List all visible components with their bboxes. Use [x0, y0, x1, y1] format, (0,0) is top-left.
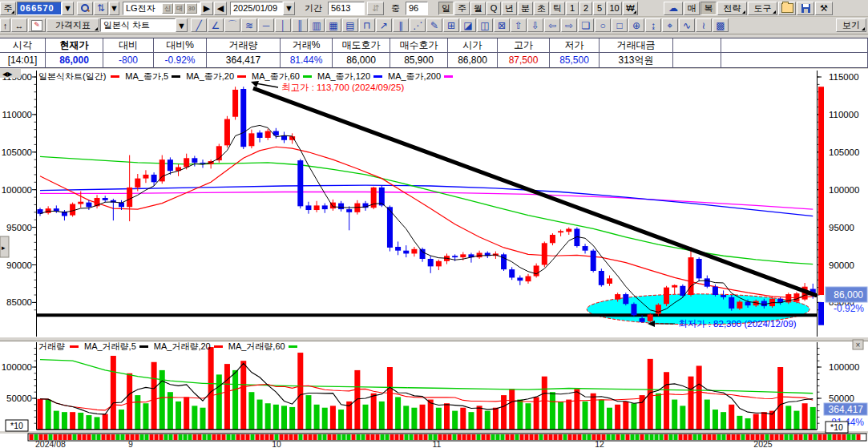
info-header: 거래대금	[600, 38, 672, 53]
date-label: 2025	[753, 439, 773, 448]
date-label: 11	[433, 439, 442, 448]
info-col-매수호가: 매수호가85,900	[390, 38, 448, 68]
draw-multiline-tool[interactable]: ⋰	[410, 18, 426, 32]
eraser-all-tool[interactable]: ◫	[477, 18, 493, 32]
info-col-시각: 시각[14:01]	[0, 38, 46, 68]
price-tick-label: 90000	[6, 260, 32, 270]
chart-delete-tool[interactable]: ▩	[713, 18, 729, 32]
panel-tool[interactable]: ❏	[578, 18, 594, 32]
sort-dropdown[interactable]: ▼	[109, 2, 119, 15]
won-button[interactable]: ₩	[623, 2, 638, 15]
grid-tool[interactable]: ▦	[325, 18, 341, 32]
interval-second-button[interactable]: 초	[534, 2, 549, 15]
cloud-button[interactable]: ☁	[664, 2, 683, 15]
shift-right-tool[interactable]: ⇨	[561, 18, 577, 32]
wave-a-tool[interactable]: ∿	[679, 18, 695, 32]
interval-year-button[interactable]: 년	[502, 2, 517, 15]
chart-region[interactable]: 일본식차트(일간)MA_종가,5MA_종가,20MA_종가,60MA_종가,12…	[0, 69, 868, 448]
stock-code-input[interactable]: 066570	[17, 2, 62, 15]
period-minimap[interactable]	[28, 434, 866, 441]
draw-angle-tool[interactable]: ∠	[208, 18, 224, 32]
draw-circle-tool[interactable]: ○	[595, 18, 611, 32]
interval-tick-button[interactable]: 틱	[550, 2, 565, 15]
prev-stock-button[interactable]: ◀	[214, 2, 227, 15]
strategy-button[interactable]: 전략	[717, 2, 747, 15]
expand-button[interactable]: ↔	[11, 18, 27, 32]
interval-2-button[interactable]: 2	[579, 2, 592, 15]
crosshair-tool[interactable]: ⌖	[662, 18, 678, 32]
draw-rect-tool[interactable]: □	[612, 18, 628, 32]
stock-search-button[interactable]	[77, 2, 93, 15]
interval-quarter-button[interactable]: Q	[486, 2, 501, 15]
draw-channel-tool[interactable]: ⊓	[359, 18, 375, 32]
draw-line-tool[interactable]: ╱	[191, 18, 207, 32]
info-header: 거래%	[281, 38, 332, 53]
tools-button[interactable]: 도구	[748, 2, 777, 15]
shift-left-tool[interactable]: ⇦	[544, 18, 560, 32]
legend-item: MA_종가,20	[186, 71, 234, 83]
price-tick-label: 105000	[2, 147, 32, 157]
shift-down-tool[interactable]: ⇩	[527, 18, 543, 32]
draw-hline-tool[interactable]: ─	[258, 18, 274, 32]
date-label: 10	[272, 439, 281, 448]
draw-vline-tool[interactable]: │	[275, 18, 291, 32]
grid-rows-tool[interactable]: ▤	[342, 18, 358, 32]
edit-chart-icon: ✎	[31, 20, 42, 31]
color-palette-tool[interactable]: ⊞	[443, 18, 459, 32]
volume-tick-label: 100000	[2, 362, 32, 372]
grid-dense-tool[interactable]: ▥	[309, 18, 325, 32]
draw-pencil-tool[interactable]: ✎	[426, 18, 442, 32]
high-annotation: 최고가 : 113,700 (2024/09/25)	[281, 83, 404, 92]
interval-day-button[interactable]: 일	[438, 2, 454, 15]
date-dropdown[interactable]: ▼	[283, 2, 295, 15]
legend-title: 거래량	[38, 341, 65, 353]
settings-button[interactable]: ⚒	[815, 2, 833, 15]
draw-arc-tool[interactable]: ⌒	[224, 18, 240, 32]
delete-drawings-tool[interactable]: ⊠	[494, 18, 510, 32]
restore-button[interactable]: 복	[700, 2, 717, 15]
interval-minute-button[interactable]: 분	[518, 2, 533, 15]
legend-marker	[70, 345, 79, 348]
info-col-empty-13	[721, 38, 868, 68]
draw-fibonacci-tool[interactable]: ≋	[241, 18, 257, 32]
legend-item: MA_종가,200	[388, 71, 441, 83]
adjust-updown-button[interactable]: ⇵	[367, 2, 384, 15]
info-header: 거래량	[207, 38, 280, 53]
stock-code-dropdown[interactable]: ▼	[62, 2, 74, 15]
chart-type-dropdown[interactable]: ▼	[176, 18, 188, 32]
interval-5-button[interactable]: 5	[593, 2, 606, 15]
sort-button[interactable]: ⇅	[94, 2, 108, 15]
open-button[interactable]	[778, 2, 796, 15]
info-col-거래%: 거래%81.44%	[281, 38, 333, 68]
buy-button[interactable]: 매	[684, 2, 700, 15]
interval-10-button[interactable]: 10	[607, 2, 622, 15]
info-value	[673, 53, 721, 67]
main-toolbar: 주066570▼⇅▼LG전자신대30▶◀2025/01/09▼기간5613⇵중9…	[0, 0, 868, 17]
chart-canvas[interactable]: 최고가 : 113,700 (2024/09/25)최저가 : 82,300 (…	[0, 69, 868, 448]
mid-count-input[interactable]: 96	[406, 2, 428, 15]
info-value: 81.44%	[281, 53, 332, 67]
interval-1-button[interactable]: 1	[566, 2, 579, 15]
save-button[interactable]	[797, 2, 814, 15]
shift-up-tool[interactable]: ⇧	[511, 18, 527, 32]
value-scan-tool[interactable]: ↨	[645, 18, 661, 32]
period-count-input[interactable]: 5613	[328, 2, 365, 15]
chart-edit-button[interactable]: ✎	[28, 18, 46, 32]
zoom-area-tool[interactable]: ⊕	[628, 18, 644, 32]
interval-week-button[interactable]: 주	[454, 2, 470, 15]
date-field[interactable]: 2025/01/09	[230, 2, 283, 15]
legend-marker	[289, 345, 297, 348]
price-indicator-button[interactable]: 가격지표	[46, 18, 99, 32]
favorites-week-button[interactable]: 주	[0, 2, 16, 15]
draw-vlines-tool[interactable]: ║	[292, 18, 308, 32]
stock-name-field[interactable]: LG전자신대30	[123, 2, 200, 15]
interval-month-button[interactable]: 월	[470, 2, 486, 15]
next-stock-button[interactable]: ▶	[200, 2, 213, 15]
draw-parallel-tool[interactable]: ∥	[393, 18, 409, 32]
chart-type-combo[interactable]: 일본식 차트	[100, 18, 176, 32]
draw-arrow-tool[interactable]: ↗	[376, 18, 392, 32]
eraser-tool[interactable]: ◪	[460, 18, 476, 32]
wave-b-tool[interactable]: ≀	[696, 18, 712, 32]
view-button[interactable]: 보기	[836, 18, 866, 32]
scroll-up-button[interactable]: ↑	[0, 18, 10, 32]
